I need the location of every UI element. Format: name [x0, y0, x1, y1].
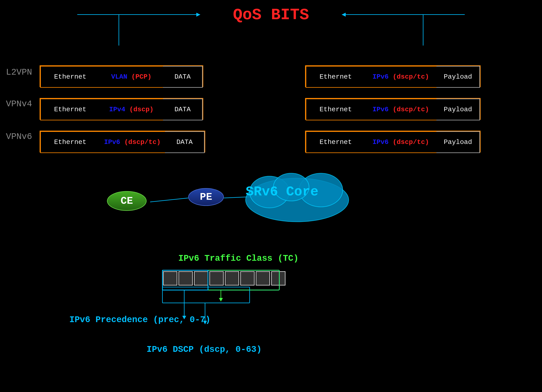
svg-marker-20 [203, 321, 207, 324]
arrow-right [342, 14, 465, 15]
l2vpn-left-group: Ethernet VLAN (PCP) DATA [40, 65, 203, 87]
vpnv6-right-payload: Payload [436, 131, 480, 153]
ce-node: CE [107, 191, 146, 211]
vpnv6-left-group: Ethernet IPv6 (dscp/tc) DATA [40, 131, 205, 152]
l2vpn-left-data: DATA [163, 66, 203, 88]
vpnv4-left-data: DATA [163, 99, 203, 120]
vpnv4-right-ipv6: IPv6 (dscp/tc) [365, 99, 436, 120]
l2vpn-left-ethernet: Ethernet [40, 66, 100, 88]
tc-label: IPv6 Traffic Class (TC) [178, 253, 298, 263]
vpnv6-left-data: DATA [165, 131, 205, 153]
l2vpn-right-group: Ethernet IPv6 (dscp/tc) Payload [305, 65, 481, 87]
vpnv4-left-packet: Ethernet IPv4 (dscp) DATA [40, 97, 203, 121]
l2vpn-right-ethernet: Ethernet [306, 66, 365, 88]
vpnv6-left-ethernet: Ethernet [40, 131, 100, 153]
pe-label: PE [200, 191, 212, 203]
vpnv4-label: VPNv4 [6, 99, 32, 109]
dscp-arrow-svg [160, 285, 299, 364]
vpnv6-right-ethernet: Ethernet [306, 131, 365, 153]
vpnv6-right-ipv6: IPv6 (dscp/tc) [365, 131, 436, 153]
vpnv4-left-ethernet: Ethernet [40, 99, 100, 120]
vpnv4-left-group: Ethernet IPv4 (dscp) DATA [40, 98, 203, 120]
vpnv6-right-packet: Ethernet IPv6 (dscp/tc) Payload [305, 130, 481, 153]
vpnv6-label: VPNv6 [6, 132, 32, 142]
vpnv6-left-ipv6: IPv6 (dscp/tc) [100, 131, 165, 153]
vpnv6-left-packet: Ethernet IPv6 (dscp/tc) DATA [40, 130, 205, 153]
arrow-left [77, 14, 200, 15]
l2vpn-left-vlan: VLAN (PCP) [100, 66, 163, 88]
svg-line-4 [150, 198, 188, 202]
qos-bits-title: QoS BITS [233, 6, 309, 24]
vpnv4-right-ethernet: Ethernet [306, 99, 365, 120]
vpnv4-right-group: Ethernet IPv6 (dscp/tc) Payload [305, 98, 481, 120]
ce-label: CE [121, 195, 133, 207]
vpnv6-right-group: Ethernet IPv6 (dscp/tc) Payload [305, 131, 481, 152]
l2vpn-label: L2VPN [6, 67, 32, 77]
l2vpn-right-packet: Ethernet IPv6 (dscp/tc) Payload [305, 64, 481, 88]
svg-rect-18 [163, 287, 249, 303]
vpnv4-right-packet: Ethernet IPv6 (dscp/tc) Payload [305, 97, 481, 121]
pe-node: PE [188, 188, 224, 206]
vpnv4-left-ipv4: IPv4 (dscp) [100, 99, 163, 120]
l2vpn-left-packet: Ethernet VLAN (PCP) DATA [40, 64, 203, 88]
l2vpn-right-payload: Payload [436, 66, 480, 88]
vpnv4-right-payload: Payload [436, 99, 480, 120]
l2vpn-right-ipv6: IPv6 (dscp/tc) [365, 66, 436, 88]
srv6-cloud-label: SRv6 Core [246, 184, 318, 199]
